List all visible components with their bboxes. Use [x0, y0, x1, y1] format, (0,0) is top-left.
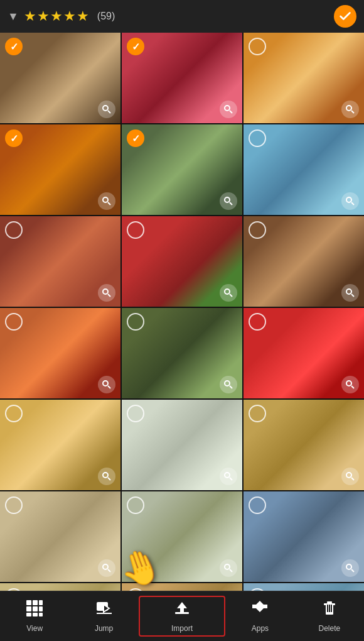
photo-cell-5[interactable]: [122, 124, 242, 215]
svg-line-11: [351, 202, 354, 205]
photo-cell-8[interactable]: [122, 216, 242, 307]
select-circle-14[interactable]: [127, 405, 144, 422]
svg-line-7: [108, 202, 110, 205]
svg-rect-66: [327, 605, 328, 612]
photo-cell-3[interactable]: [244, 33, 364, 123]
star-rating: ★★★★★: [24, 8, 90, 25]
select-circle-10[interactable]: [5, 313, 23, 331]
zoom-icon-13[interactable]: [98, 468, 115, 485]
photo-cell-9[interactable]: [244, 216, 364, 307]
import-label: Import: [171, 624, 193, 633]
check-all-button[interactable]: [334, 5, 356, 28]
zoom-icon-5[interactable]: [220, 192, 237, 210]
zoom-icon-16[interactable]: [98, 559, 115, 577]
zoom-icon-3[interactable]: [341, 101, 359, 118]
svg-point-26: [225, 473, 230, 478]
photo-cell-1[interactable]: [0, 33, 120, 123]
zoom-icon-8[interactable]: [220, 284, 237, 302]
view-icon: [26, 600, 43, 622]
select-circle-18[interactable]: [249, 496, 266, 514]
photo-cell-15[interactable]: [244, 400, 364, 490]
photo-cell-6[interactable]: [244, 124, 364, 215]
zoom-icon-17[interactable]: [220, 559, 237, 577]
photo-cell-16[interactable]: [0, 491, 120, 582]
zoom-icon-11[interactable]: [220, 376, 237, 393]
select-circle-1[interactable]: [5, 38, 23, 55]
zoom-icon-6[interactable]: [341, 192, 359, 210]
svg-line-33: [230, 569, 232, 572]
photo-cell-19[interactable]: [0, 583, 120, 591]
zoom-icon-14[interactable]: [220, 468, 237, 485]
zoom-icon-15[interactable]: [341, 468, 359, 485]
select-circle-4[interactable]: [5, 129, 23, 147]
apps-icon: [251, 600, 269, 622]
svg-line-1: [108, 111, 110, 113]
zoom-icon-2[interactable]: [220, 101, 237, 118]
select-circle-17[interactable]: [127, 496, 144, 514]
select-circle-9[interactable]: [249, 221, 266, 239]
svg-rect-54: [26, 613, 31, 616]
svg-line-15: [230, 294, 232, 297]
svg-rect-49: [33, 600, 38, 605]
select-circle-12[interactable]: [249, 313, 266, 331]
zoom-icon-4[interactable]: [98, 192, 115, 210]
svg-point-8: [225, 197, 230, 202]
zoom-icon-18[interactable]: [341, 559, 359, 577]
photo-cell-17[interactable]: [122, 491, 242, 582]
photo-cell-20[interactable]: [122, 583, 242, 591]
photo-cell-14[interactable]: [122, 400, 242, 490]
import-icon: [173, 600, 191, 622]
photo-cell-18[interactable]: [244, 491, 364, 582]
svg-point-28: [346, 473, 351, 478]
jump-icon: [95, 600, 113, 622]
view-label: View: [26, 624, 43, 633]
select-circle-11[interactable]: [127, 313, 144, 331]
photo-cell-2[interactable]: [122, 33, 242, 123]
toolbar-import[interactable]: Import: [139, 596, 225, 637]
zoom-icon-1[interactable]: [98, 101, 115, 118]
select-circle-15[interactable]: [249, 405, 266, 422]
svg-line-23: [351, 386, 354, 388]
photo-cell-12[interactable]: [244, 308, 364, 398]
svg-rect-48: [26, 600, 31, 605]
photo-cell-11[interactable]: [122, 308, 242, 398]
select-circle-13[interactable]: [5, 405, 23, 422]
dropdown-arrow-icon[interactable]: ▼: [8, 10, 19, 23]
svg-rect-53: [39, 606, 43, 611]
select-circle-6[interactable]: [249, 129, 266, 147]
svg-point-0: [103, 106, 108, 111]
select-circle-8[interactable]: [127, 221, 144, 239]
select-circle-3[interactable]: [249, 38, 266, 55]
svg-point-2: [225, 106, 230, 111]
photo-cell-4[interactable]: [0, 124, 120, 215]
zoom-icon-9[interactable]: [341, 284, 359, 302]
svg-point-14: [225, 289, 230, 294]
toolbar-jump[interactable]: Jump: [69, 596, 138, 637]
svg-line-25: [108, 478, 110, 480]
svg-rect-65: [327, 601, 332, 603]
svg-point-30: [103, 564, 108, 569]
svg-marker-58: [104, 605, 109, 612]
delete-icon: [321, 600, 338, 622]
svg-rect-52: [33, 606, 38, 611]
photo-cell-10[interactable]: [0, 308, 120, 398]
photo-cell-21[interactable]: [244, 583, 364, 591]
select-circle-2[interactable]: [127, 38, 144, 55]
toolbar-delete[interactable]: Delete: [295, 596, 364, 637]
header-left: ▼ ★★★★★ (59): [8, 8, 115, 25]
zoom-icon-10[interactable]: [98, 376, 115, 393]
select-circle-16[interactable]: [5, 496, 23, 514]
toolbar-apps[interactable]: Apps: [225, 596, 294, 637]
toolbar-view[interactable]: View: [0, 596, 69, 637]
apps-label: Apps: [252, 624, 269, 633]
zoom-icon-12[interactable]: [341, 376, 359, 393]
svg-point-6: [103, 197, 108, 202]
zoom-icon-7[interactable]: [98, 284, 115, 302]
svg-point-16: [346, 289, 351, 294]
photo-cell-7[interactable]: [0, 216, 120, 307]
select-circle-7[interactable]: [5, 221, 23, 239]
svg-rect-50: [39, 600, 43, 605]
select-circle-5[interactable]: [127, 129, 144, 147]
svg-point-22: [346, 381, 351, 386]
photo-cell-13[interactable]: [0, 400, 120, 490]
